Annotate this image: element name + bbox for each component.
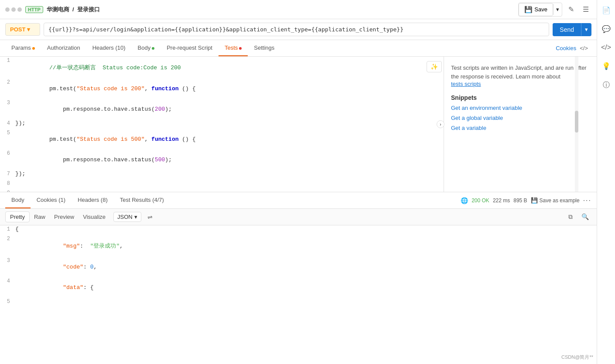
fmt-pretty[interactable]: Pretty xyxy=(5,211,30,222)
resp-tab-cookies[interactable]: Cookies (1) xyxy=(31,192,72,208)
snippets-title: Snippets xyxy=(451,94,590,101)
resp-line-4: 4 "data": { xyxy=(0,277,597,298)
code-line-9: 9 //多个状态码断言 Status code :Successfull POS… xyxy=(0,189,444,192)
bulb-icon[interactable]: 💡 xyxy=(600,60,612,72)
snippet-get-global-var[interactable]: Get a global variable xyxy=(451,115,590,121)
url-bar: POST ▾ Send ▾ xyxy=(0,19,597,40)
test-description: Test scripts are written in JavaScript, … xyxy=(451,64,590,81)
fmt-raw[interactable]: Raw xyxy=(30,212,50,222)
fmt-preview[interactable]: Preview xyxy=(50,212,79,222)
method-dropdown-arrow: ▾ xyxy=(27,26,30,33)
breadcrumb-endpoint[interactable]: 登录接口 xyxy=(77,6,100,13)
code-line-7: 7 }); xyxy=(0,170,444,180)
format-type-select[interactable]: JSON ▾ xyxy=(113,212,141,222)
edit-icon-button[interactable]: ✎ xyxy=(566,3,577,15)
snippet-get-var[interactable]: Get a variable xyxy=(451,125,590,131)
url-container xyxy=(44,23,549,36)
send-container: Send ▾ xyxy=(553,23,591,36)
save-button[interactable]: 💾 Save xyxy=(519,3,553,16)
save-icon: 💾 xyxy=(531,197,538,204)
method-select[interactable]: POST ▾ xyxy=(5,23,40,36)
body-dot xyxy=(152,47,154,50)
tab-settings[interactable]: Settings xyxy=(248,40,280,56)
code-slash-icon[interactable]: </> xyxy=(599,42,613,53)
code-line-5: 5 pm.test("Status code is 500", function… xyxy=(0,129,444,150)
snippet-get-env-var[interactable]: Get an environment variable xyxy=(451,105,590,111)
dot-3 xyxy=(17,7,22,12)
window-controls xyxy=(5,7,22,12)
info-icon[interactable]: ⓘ xyxy=(601,79,612,92)
breadcrumb-separator: / xyxy=(72,6,74,13)
send-label: Send xyxy=(560,26,574,33)
magic-wand-button[interactable]: ✨ xyxy=(427,61,442,72)
send-dropdown-arrow[interactable]: ▾ xyxy=(581,23,591,36)
format-type-label: JSON xyxy=(117,214,133,220)
response-area: Body Cookies (1) Headers (8) Test Result… xyxy=(0,192,597,304)
resp-line-3: 3 "code": 0, xyxy=(0,257,597,277)
tab-headers[interactable]: Headers (10) xyxy=(86,40,132,56)
tab-pre-request[interactable]: Pre-request Script xyxy=(161,40,219,56)
wrap-lines-icon[interactable]: ⇌ xyxy=(145,213,155,221)
dot-1 xyxy=(5,7,10,12)
request-tabs: Params Authorization Headers (10) Body P… xyxy=(0,40,597,57)
code-line-4: 4 }); xyxy=(0,119,444,129)
resp-line-5: 5 "id": "20667", xyxy=(0,298,597,304)
resp-tab-headers[interactable]: Headers (8) xyxy=(72,192,114,208)
tab-tests[interactable]: Tests xyxy=(219,40,248,56)
http-badge: HTTP xyxy=(25,6,43,13)
tab-params[interactable]: Params xyxy=(5,40,41,56)
response-status-bar: 🌐 200 OK 222 ms 895 B 💾 Save as example … xyxy=(461,197,591,204)
breadcrumb: 华测电商 / 登录接口 xyxy=(47,6,100,14)
code-editor[interactable]: 1 //单一状态码断言 Status code:Code is 200 2 pm… xyxy=(0,57,444,192)
send-button[interactable]: Send xyxy=(553,23,581,36)
tests-dot xyxy=(239,47,242,50)
breadcrumb-project: 华测电商 xyxy=(47,6,69,13)
tab-body[interactable]: Body xyxy=(132,40,161,56)
code-line-6: 6 pm.response.to.have.status(500); xyxy=(0,150,444,170)
search-response-icon[interactable]: 🔍 xyxy=(579,212,591,221)
response-time: 222 ms xyxy=(493,197,510,204)
globe-icon[interactable]: 🌐 xyxy=(461,197,468,204)
top-bar: HTTP 华测电商 / 登录接口 💾 Save ▾ ✎ ☰ xyxy=(0,0,597,19)
response-body: 1 { 2 "msg": "登录成功", 3 "code": 0, 4 "d xyxy=(0,225,597,304)
response-actions: ⧉ 🔍 xyxy=(566,212,591,221)
code-line-8: 8 xyxy=(0,180,444,189)
url-input[interactable] xyxy=(44,23,549,36)
status-ok-badge: 200 OK xyxy=(472,197,489,204)
comment-icon[interactable]: 💬 xyxy=(600,23,612,35)
response-format-bar: Pretty Raw Preview Visualize JSON ▾ ⇌ ⧉ … xyxy=(0,209,597,225)
save-example-label: Save as example xyxy=(540,197,580,204)
editor-area: 1 //单一状态码断言 Status code:Code is 200 2 pm… xyxy=(0,57,597,192)
method-label: POST xyxy=(10,26,25,33)
resp-line-2: 2 "msg": "登录成功", xyxy=(0,235,597,257)
top-bar-right: 💾 Save ▾ ✎ ☰ xyxy=(518,3,591,17)
tab-cookies[interactable]: Cookies xyxy=(556,41,576,56)
response-tabs: Body Cookies (1) Headers (8) Test Result… xyxy=(0,192,597,209)
params-dot xyxy=(32,47,35,50)
code-line-2: 2 pm.test("Status code is 200", function… xyxy=(0,78,444,99)
format-type-arrow: ▾ xyxy=(134,214,137,220)
editor-scrollbar-thumb[interactable] xyxy=(575,111,578,133)
code-line-3: 3 pm.response.to.have.status(200); xyxy=(0,99,444,119)
more-options-button[interactable]: ··· xyxy=(583,197,591,204)
main-content: HTTP 华测电商 / 登录接口 💾 Save ▾ ✎ ☰ POST ▾ xyxy=(0,0,597,304)
save-example-button[interactable]: 💾 Save as example xyxy=(531,197,580,204)
editor-scrollbar-track xyxy=(575,57,578,192)
list-icon-button[interactable]: ☰ xyxy=(580,3,591,15)
tab-code[interactable]: </> xyxy=(576,41,591,56)
right-sidebar: 📄 💬 </> 💡 ⓘ xyxy=(597,0,615,304)
resp-tab-test-results[interactable]: Test Results (4/7) xyxy=(114,192,170,208)
response-size: 895 B xyxy=(513,197,527,204)
code-line-1: 1 //单一状态码断言 Status code:Code is 200 xyxy=(0,57,444,78)
copy-response-icon[interactable]: ⧉ xyxy=(566,212,575,221)
doc-icon[interactable]: 📄 xyxy=(600,4,612,16)
tests-scripts-link[interactable]: tests scripts xyxy=(451,81,481,87)
tab-authorization[interactable]: Authorization xyxy=(41,40,86,56)
save-label: Save xyxy=(534,6,547,13)
right-panel: Test scripts are written in JavaScript, … xyxy=(444,57,597,192)
save-dropdown-arrow[interactable]: ▾ xyxy=(553,4,562,15)
resp-line-1: 1 { xyxy=(0,225,597,235)
resp-tab-body[interactable]: Body xyxy=(5,192,31,208)
fmt-visualize[interactable]: Visualize xyxy=(79,212,110,222)
expand-panel-button[interactable]: › xyxy=(437,120,444,128)
